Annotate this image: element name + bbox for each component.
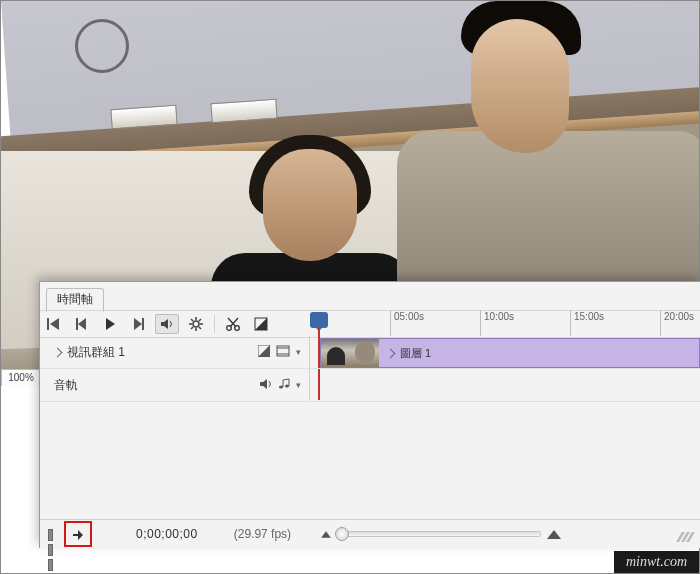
svg-line-15: [199, 319, 201, 321]
transition-button[interactable]: [250, 315, 272, 333]
chevron-right-icon: [53, 347, 63, 357]
music-note-icon[interactable]: [278, 378, 290, 393]
zoom-slider[interactable]: [319, 530, 561, 539]
transition-icon[interactable]: [258, 345, 270, 360]
play-button[interactable]: [99, 315, 121, 333]
current-timecode[interactable]: 0;00;00;00: [136, 527, 198, 541]
zoom-track[interactable]: [339, 531, 541, 537]
svg-marker-22: [255, 318, 267, 330]
svg-rect-0: [47, 318, 49, 330]
ruler-mark: 20:00s: [660, 310, 694, 336]
svg-point-8: [193, 321, 199, 327]
time-ruler[interactable]: 05:00s 10:00s 15:00s 20:00s: [310, 310, 700, 336]
view-mode-icon[interactable]: [48, 529, 58, 539]
svg-marker-7: [161, 319, 168, 329]
ruler-mark: 15:00s: [570, 310, 604, 336]
step-back-button[interactable]: [71, 315, 93, 333]
render-export-button[interactable]: [64, 521, 92, 547]
svg-rect-6: [142, 318, 144, 330]
svg-line-14: [199, 327, 201, 329]
svg-line-16: [191, 327, 193, 329]
zoom-knob[interactable]: [335, 527, 349, 541]
ruler-mark: 05:00s: [390, 310, 424, 336]
track-menu-icon[interactable]: ▾: [296, 380, 301, 390]
svg-point-29: [279, 385, 283, 388]
audio-track-header[interactable]: 音軌 ▾: [40, 369, 310, 401]
app-frame: 100% 時間軸 05:00s 10:00s 15:00s 20:00s: [0, 0, 700, 574]
filmstrip-icon[interactable]: [276, 345, 290, 360]
audio-track[interactable]: 音軌 ▾: [40, 369, 700, 402]
svg-marker-5: [134, 318, 142, 330]
svg-marker-28: [260, 379, 267, 389]
video-clip[interactable]: 圖層 1: [320, 338, 700, 368]
svg-line-13: [191, 319, 193, 321]
clip-thumbnail: [321, 339, 379, 367]
svg-marker-2: [78, 318, 86, 330]
track-menu-icon[interactable]: ▾: [296, 347, 301, 357]
svg-marker-1: [50, 318, 59, 330]
ruler-mark: 10:00s: [480, 310, 514, 336]
watermark: minwt.com: [614, 551, 699, 573]
zoom-level[interactable]: 100%: [1, 369, 41, 386]
video-track-header[interactable]: 視訊群組 1 ▾: [40, 336, 310, 368]
svg-marker-24: [258, 345, 270, 357]
clip-label: 圖層 1: [400, 346, 431, 361]
zoom-out-icon[interactable]: [321, 531, 331, 537]
mute-toggle[interactable]: [155, 314, 179, 334]
svg-marker-4: [106, 318, 115, 330]
track-label: 視訊群組 1: [67, 344, 125, 361]
svg-rect-3: [76, 318, 78, 330]
split-button[interactable]: [222, 315, 244, 333]
step-forward-button[interactable]: [127, 315, 149, 333]
playhead-handle[interactable]: [310, 312, 328, 328]
timeline-tab[interactable]: 時間軸: [46, 288, 104, 312]
chevron-right-icon: [386, 348, 396, 358]
track-label: 音軌: [54, 377, 78, 394]
settings-button[interactable]: [185, 315, 207, 333]
timeline-footer: 0;00;00;00 (29.97 fps): [40, 519, 700, 548]
resize-grip[interactable]: [679, 532, 692, 542]
zoom-in-icon[interactable]: [547, 530, 561, 539]
svg-point-30: [285, 384, 289, 387]
fps-display: (29.97 fps): [234, 527, 291, 541]
timeline-panel: 時間軸 05:00s 10:00s 15:00s 20:00s: [39, 281, 700, 548]
go-start-button[interactable]: [43, 315, 65, 333]
speaker-icon[interactable]: [259, 378, 272, 393]
